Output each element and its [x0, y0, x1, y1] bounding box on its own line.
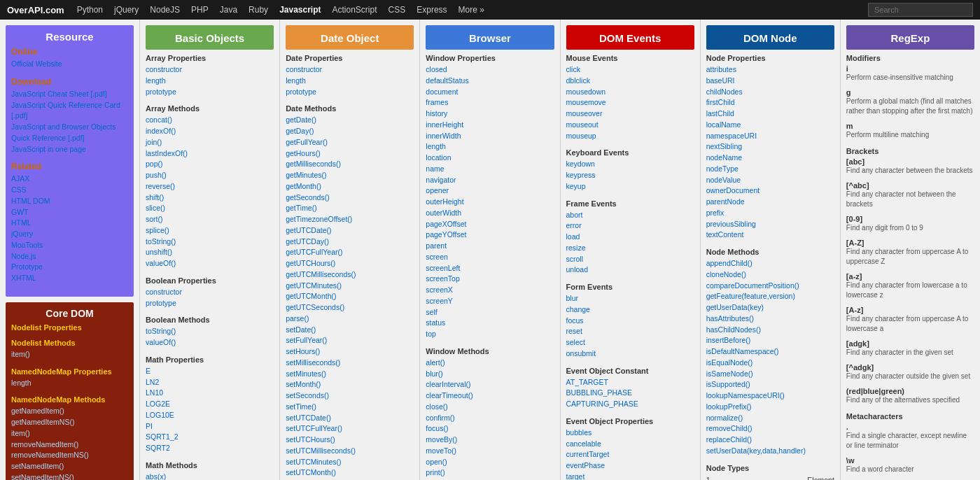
- nav-python[interactable]: Python: [73, 2, 107, 17]
- nav-java[interactable]: Java: [216, 2, 241, 17]
- ev-mousemove[interactable]: mousemove: [566, 97, 694, 108]
- mm-abs[interactable]: abs(x): [146, 472, 274, 480]
- wm-clearTimeout[interactable]: clearTimeout(): [426, 390, 554, 402]
- ev-onsubmit[interactable]: onsubmit: [566, 348, 694, 360]
- dm-getFullYear[interactable]: getFullYear(): [286, 137, 414, 148]
- nm-removeChild[interactable]: removeChild(): [706, 423, 834, 435]
- nm-appendChild[interactable]: appendChild(): [706, 258, 834, 269]
- removeNamedItemNS[interactable]: removeNamedItemNS(): [11, 450, 128, 461]
- nm-normalize[interactable]: normalize(): [706, 413, 834, 424]
- ev-load[interactable]: load: [566, 232, 694, 243]
- mp-ln2[interactable]: LN2: [146, 377, 274, 388]
- array-constructor[interactable]: constructor: [146, 64, 274, 76]
- wp-pageXOffset[interactable]: pageXOffset: [426, 219, 554, 230]
- am-shift[interactable]: shift(): [146, 192, 274, 204]
- nm-hasChildNodes[interactable]: hasChildNodes(): [706, 325, 834, 336]
- nm-lookupNSURI[interactable]: lookupNamespaceURI(): [706, 390, 834, 402]
- dm-getUTCDay[interactable]: getUTCDay(): [286, 237, 414, 248]
- dm-setSeconds[interactable]: setSeconds(): [286, 390, 414, 402]
- nav-jquery[interactable]: jQuery: [110, 2, 143, 17]
- related-prototype[interactable]: Prototype: [11, 262, 128, 273]
- dm-getDay[interactable]: getDay(): [286, 126, 414, 137]
- am-push[interactable]: push(): [146, 170, 274, 181]
- np-namespaceURI[interactable]: namespaceURI: [706, 131, 834, 142]
- nm-insertBefore[interactable]: insertBefore(): [706, 335, 834, 346]
- ec-bubbling[interactable]: BUBBLING_PHASE: [566, 388, 694, 399]
- official-website-link[interactable]: Official Website: [11, 59, 128, 70]
- wm-open[interactable]: open(): [426, 457, 554, 468]
- dm-setDate[interactable]: setDate(): [286, 325, 414, 336]
- wp-outerWidth[interactable]: outerWidth: [426, 208, 554, 219]
- dm-setUTCMinutes[interactable]: setUTCMinutes(): [286, 457, 414, 468]
- dm-getUTCSeconds[interactable]: getUTCSeconds(): [286, 302, 414, 313]
- nm-isSupported[interactable]: isSupported(): [706, 379, 834, 390]
- nav-javascript[interactable]: Javascript: [275, 2, 325, 17]
- dm-getMilliseconds[interactable]: getMilliseconds(): [286, 159, 414, 170]
- wp-pageYOffset[interactable]: pageYOffset: [426, 230, 554, 241]
- mp-pi[interactable]: PI: [146, 421, 274, 432]
- wp-defaultStatus[interactable]: defaultStatus: [426, 76, 554, 87]
- np-localName[interactable]: localName: [706, 120, 834, 131]
- am-tostring[interactable]: toString(): [146, 237, 274, 248]
- dm-getSeconds[interactable]: getSeconds(): [286, 192, 414, 204]
- dm-getUTCMonth[interactable]: getUTCMonth(): [286, 291, 414, 302]
- setNamedItem[interactable]: setNamedItem(): [11, 461, 128, 472]
- getNamedItemNS[interactable]: getNamedItemNS(): [11, 417, 128, 428]
- nm-hasAttributes[interactable]: hasAttributes(): [706, 313, 834, 325]
- am-valueof[interactable]: valueOf(): [146, 258, 274, 269]
- dm-getUTCFullYear[interactable]: getUTCFullYear(): [286, 247, 414, 258]
- dm-parse[interactable]: parse(): [286, 313, 414, 325]
- removeNamedItem[interactable]: removeNamedItem(): [11, 439, 128, 451]
- eop-cancelable[interactable]: cancelable: [566, 439, 694, 450]
- dm-getUTCMinutes[interactable]: getUTCMinutes(): [286, 281, 414, 292]
- bm-tostring[interactable]: toString(): [146, 326, 274, 337]
- ev-abort[interactable]: abort: [566, 210, 694, 221]
- bp-prototype[interactable]: prototype: [146, 298, 274, 309]
- am-join[interactable]: join(): [146, 137, 274, 148]
- wm-moveBy[interactable]: moveBy(): [426, 435, 554, 446]
- nav-php[interactable]: PHP: [187, 2, 213, 17]
- np-attributes[interactable]: attributes: [706, 64, 834, 76]
- ev-click[interactable]: click: [566, 64, 694, 76]
- am-slice[interactable]: slice(): [146, 203, 274, 214]
- dm-getMonth[interactable]: getMonth(): [286, 181, 414, 192]
- dm-getTime[interactable]: getTime(): [286, 203, 414, 214]
- mp-e[interactable]: E: [146, 366, 274, 377]
- dm-setFullYear[interactable]: setFullYear(): [286, 335, 414, 346]
- ev-select[interactable]: select: [566, 337, 694, 348]
- wm-clearInterval[interactable]: clearInterval(): [426, 379, 554, 390]
- ev-resize[interactable]: resize: [566, 243, 694, 254]
- dm-getTZO[interactable]: getTimezoneOffset(): [286, 214, 414, 225]
- eop-bubbles[interactable]: bubbles: [566, 428, 694, 439]
- related-jquery[interactable]: jQuery: [11, 229, 128, 240]
- wp-outerHeight[interactable]: outerHeight: [426, 197, 554, 208]
- dm-setMonth[interactable]: setMonth(): [286, 379, 414, 390]
- wp-screenY[interactable]: screenY: [426, 296, 554, 307]
- ev-keypress[interactable]: keypress: [566, 170, 694, 181]
- nm-lookupPrefix[interactable]: lookupPrefix(): [706, 402, 834, 413]
- array-length[interactable]: length: [146, 76, 274, 87]
- wp-navigator[interactable]: navigator: [426, 175, 554, 186]
- wp-innerHeight[interactable]: innerHeight: [426, 120, 554, 131]
- mp-sqrt2[interactable]: SQRT2: [146, 443, 274, 454]
- eop-currentTarget[interactable]: currentTarget: [566, 449, 694, 460]
- np-ownerDocument[interactable]: ownerDocument: [706, 185, 834, 197]
- wm-blur[interactable]: blur(): [426, 369, 554, 380]
- dm-getUTCMs[interactable]: getUTCMilliseconds(): [286, 269, 414, 281]
- dl-item-2[interactable]: JavaScript and Browser Objects Quick Ref…: [11, 122, 128, 144]
- length-item[interactable]: length: [11, 378, 128, 389]
- am-sort[interactable]: sort(): [146, 214, 274, 225]
- nm-isEqualNode[interactable]: isEqualNode(): [706, 358, 834, 369]
- wp-status[interactable]: status: [426, 318, 554, 329]
- ev-change[interactable]: change: [566, 304, 694, 316]
- wm-confirm[interactable]: confirm(): [426, 413, 554, 424]
- ec-at-target[interactable]: AT_TARGET: [566, 377, 694, 388]
- am-splice[interactable]: splice(): [146, 225, 274, 237]
- wp-document[interactable]: document: [426, 87, 554, 98]
- getNamedItem[interactable]: getNamedItem(): [11, 406, 128, 417]
- ev-unload[interactable]: unload: [566, 264, 694, 276]
- np-nextSibling[interactable]: nextSibling: [706, 141, 834, 153]
- wp-location[interactable]: location: [426, 153, 554, 164]
- wm-alert[interactable]: alert(): [426, 358, 554, 369]
- am-pop[interactable]: pop(): [146, 159, 274, 170]
